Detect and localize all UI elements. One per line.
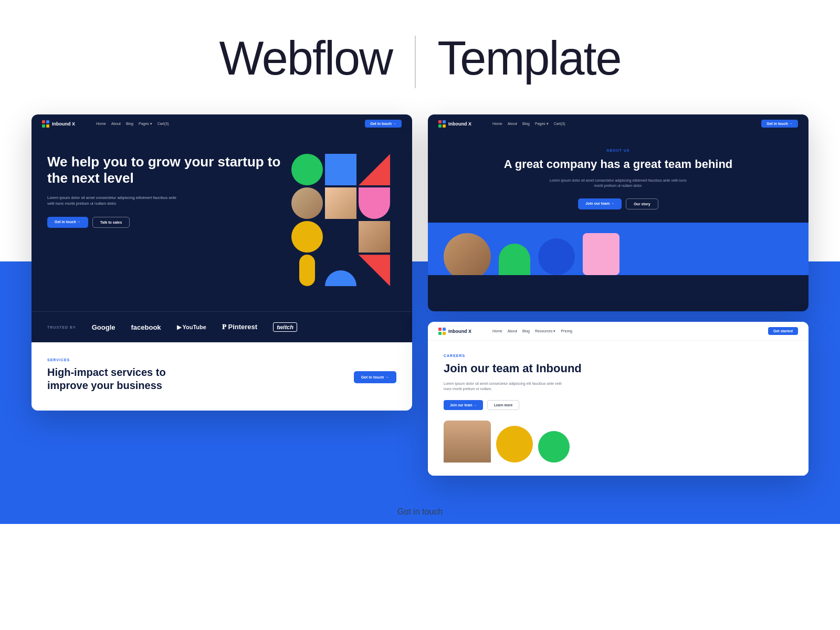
about-story-btn[interactable]: Our story [626,198,658,209]
about-green-shape [499,244,530,275]
hero-shapes-grid [291,154,396,280]
shape-dark-cell [325,221,356,253]
c-nav-pricing[interactable]: Pricing [561,329,572,333]
shape-yellow-circle-cell [291,221,323,253]
header-title: Webflow Template [219,32,621,85]
c-logo-dot-g [438,332,442,335]
brand-pinterest: 𝐏 Pinterest [222,323,257,331]
header-template: Template [437,32,621,85]
c-nav-resources[interactable]: Resources ▾ [535,329,555,333]
nav-cart[interactable]: Cart(3) [158,122,169,126]
c-nav-blog[interactable]: Blog [522,329,530,333]
left-nav-links: Home About Blog Pages ▾ Cart(3) [96,122,169,126]
hero-title: We help you to grow your startup to the … [47,154,281,186]
right-top-nav-cta[interactable]: Get in touch → [761,120,798,128]
about-title: A great company has a great team behind [444,158,793,171]
hero-cta-btn[interactable]: Get in touch → [47,217,88,228]
services-cta-btn[interactable]: Get in touch → [354,371,396,383]
right-top-logo: Inbound X [438,120,471,128]
about-pink-shape [583,233,620,275]
careers-logo: Inbound X [438,328,471,335]
brand-youtube: ▶ YouTube [177,324,206,331]
careers-yellow-circle [496,426,533,463]
left-nav: Inbound X Home About Blog Pages ▾ Cart(3… [32,114,412,133]
left-logo-text: Inbound X [52,121,75,127]
header-webflow: Webflow [219,32,392,85]
careers-btn-group: Join our team → Learn more [444,400,793,410]
about-section: ABOUT US A great company has a great tea… [428,133,808,311]
bottom-section: Got in touch [0,497,840,532]
shape-yellow-pill-cell [291,255,323,286]
rt-nav-pages[interactable]: Pages ▾ [535,122,549,126]
screenshots-container: Inbound X Home About Blog Pages ▾ Cart(3… [0,114,840,496]
careers-learn-btn[interactable]: Learn more [487,400,519,410]
trusted-bar: TRUSTED BY Google facebook ▶ YouTube 𝐏 P… [32,311,412,342]
careers-logo-icon [438,328,446,335]
shape-red-bottom-cell [359,255,390,286]
nav-blog[interactable]: Blog [126,122,133,126]
logo-dot-yellow [46,124,49,128]
shape-green-circle [291,154,323,185]
right-top-logo-text: Inbound X [448,121,471,127]
c-nav-home[interactable]: Home [492,329,502,333]
nav-pages[interactable]: Pages ▾ [139,122,152,126]
careers-title: Join our team at Inbound [444,362,793,375]
about-bottom-shapes [428,223,808,275]
right-column: Inbound X Home About Blog Pages ▾ Cart(3… [428,114,808,475]
careers-nav: Inbound X Home About Blog Resources ▾ Pr… [428,322,808,341]
logo-dot-g [438,124,442,128]
about-blue-circle [538,238,575,275]
careers-content: CAREERS Join our team at Inbound Lorem i… [428,341,808,475]
logo-dot-y [443,124,446,128]
right-top-nav-links: Home About Blog Pages ▾ Cart(3) [492,122,565,126]
left-browser-window: Inbound X Home About Blog Pages ▾ Cart(3… [32,114,412,411]
left-nav-cta[interactable]: Get in touch → [365,120,402,128]
careers-browser-window: Inbound X Home About Blog Resources ▾ Pr… [428,322,808,475]
c-logo-dot-r [438,328,442,331]
nav-about[interactable]: About [111,122,121,126]
logo-dot-red [42,120,45,123]
right-top-nav: Inbound X Home About Blog Pages ▾ Cart(3… [428,114,808,133]
logo-dot-green [42,124,45,128]
hero-talk-btn[interactable]: Talk to sales [92,217,130,228]
shape-photo-2 [325,187,356,219]
rt-nav-cart[interactable]: Cart(3) [554,122,565,126]
hero-description: Lorem ipsum dolor sit amet consectetur a… [47,195,178,207]
c-logo-dot-y [443,332,446,335]
about-tag: ABOUT US [444,149,793,152]
rt-nav-blog[interactable]: Blog [522,122,530,126]
services-tag: SERVICES [47,358,396,362]
hero-text: We help you to grow your startup to the … [47,154,281,290]
shape-pink-semi-cell [359,187,390,219]
hero-section: We help you to grow your startup to the … [32,133,412,311]
careers-join-btn[interactable]: Join our team → [444,400,483,410]
rt-nav-about[interactable]: About [508,122,517,126]
shape-photo-1 [291,187,323,219]
about-people-photo [444,233,491,275]
nav-home[interactable]: Home [96,122,106,126]
shape-photo-3 [359,221,390,253]
brand-twitch: twitch [273,322,297,332]
careers-nav-links: Home About Blog Resources ▾ Pricing [492,329,572,333]
shape-blue-rect [325,154,356,185]
trusted-label: TRUSTED BY [47,326,76,329]
careers-shapes [444,421,793,463]
c-logo-dot-b [443,328,446,331]
logo-dot-b [443,120,446,123]
services-title: High-impact services to improve your bus… [47,366,194,392]
about-description: Lorem ipsum dolor sit amet consectetur a… [545,178,692,189]
left-logo: Inbound X [42,120,75,128]
hero-btn-group: Get in touch → Talk to sales [47,217,281,228]
logo-dot-blue [46,120,49,123]
careers-logo-text: Inbound X [448,329,471,334]
services-section: SERVICES High-impact services to improve… [32,342,412,411]
about-join-btn[interactable]: Join our team → [578,198,622,209]
c-nav-about[interactable]: About [508,329,517,333]
left-column: Inbound X Home About Blog Pages ▾ Cart(3… [32,114,412,475]
careers-green-circle [538,431,570,463]
rt-nav-home[interactable]: Home [492,122,502,126]
careers-photo [444,421,491,463]
careers-nav-cta[interactable]: Get started [768,327,798,335]
brand-facebook: facebook [131,323,161,331]
brand-google: Google [92,323,116,331]
